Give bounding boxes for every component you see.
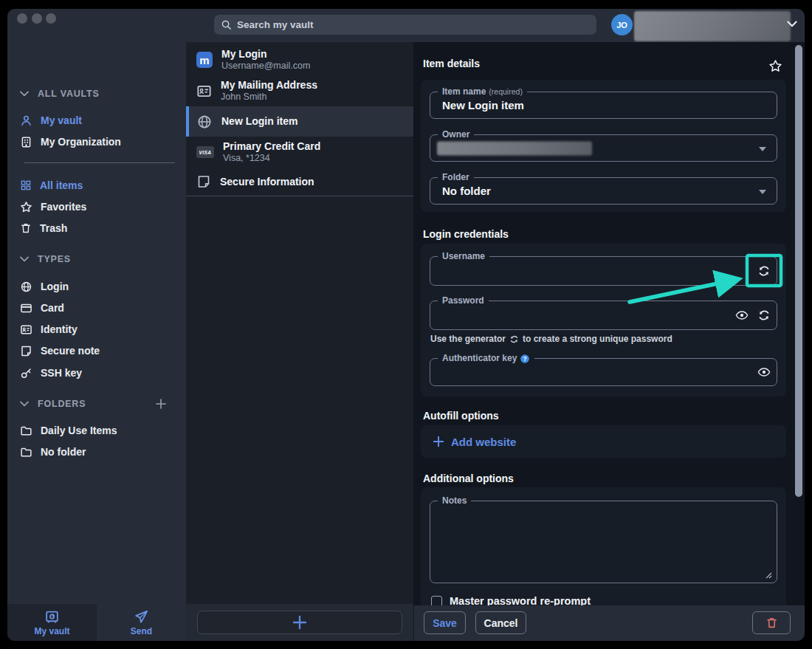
- add-website-label: Add website: [451, 436, 516, 448]
- item-title: My Mailing Address: [221, 79, 317, 92]
- owner-label: Owner: [438, 129, 474, 140]
- note-icon: [196, 174, 211, 189]
- list-item-primary-credit-card[interactable]: VISA Primary Credit Card Visa, *1234: [186, 137, 413, 168]
- note-icon: [20, 345, 32, 357]
- item-subtitle: Username@mail.com: [221, 61, 310, 72]
- sidebar-item-card[interactable]: Card: [20, 299, 182, 317]
- folder-select[interactable]: Folder No folder: [430, 177, 777, 205]
- sidebar-item-label: All items: [40, 179, 83, 191]
- search-bar[interactable]: [214, 15, 596, 35]
- star-icon: [20, 201, 32, 213]
- toggle-authenticator-visibility-eye-icon[interactable]: [757, 365, 771, 379]
- folders-label: FOLDERS: [38, 399, 86, 409]
- sidebar-item-no-folder[interactable]: No folder: [20, 443, 182, 461]
- add-folder-plus-icon[interactable]: [155, 398, 167, 410]
- notes-field[interactable]: Notes: [430, 501, 777, 583]
- owner-select[interactable]: Owner: [430, 134, 777, 162]
- account-name-redacted[interactable]: [634, 11, 791, 41]
- login-credentials-card: Username Password Use the generator: [421, 244, 786, 396]
- username-field[interactable]: Username: [430, 256, 777, 286]
- autofill-options-heading: Autofill options: [423, 410, 499, 422]
- item-list-footer: [186, 604, 413, 641]
- all-vaults-header[interactable]: ALL VAULTS: [20, 86, 179, 101]
- types-header[interactable]: TYPES: [20, 252, 179, 267]
- sidebar-item-login[interactable]: Login: [20, 278, 182, 295]
- chevron-down-icon: [20, 91, 29, 97]
- sidebar-item-label: Daily Use Items: [41, 425, 117, 436]
- traffic-light-zoom[interactable]: [46, 13, 56, 24]
- list-item-my-mailing-address[interactable]: My Mailing Address John Smith: [186, 75, 413, 106]
- authenticator-key-field[interactable]: Authenticator key ?: [430, 358, 777, 386]
- folders-header[interactable]: FOLDERS: [20, 396, 179, 411]
- sidebar-item-label: My vault: [41, 114, 82, 126]
- favorite-star-icon[interactable]: [768, 59, 782, 73]
- password-field[interactable]: Password: [430, 301, 777, 330]
- folder-value: No folder: [442, 178, 491, 204]
- person-icon: [20, 114, 32, 127]
- item-details-card: Item name (required) New Login item Owne…: [421, 80, 786, 212]
- traffic-light-minimize[interactable]: [32, 13, 42, 24]
- sidebar-item-label: SSH key: [41, 367, 82, 379]
- tab-label: My vault: [34, 626, 69, 636]
- sidebar-item-ssh-key[interactable]: SSH key: [20, 364, 182, 382]
- key-icon: [20, 367, 32, 380]
- sidebar-item-my-vault[interactable]: My vault: [20, 111, 182, 129]
- visa-badge-icon: VISA: [196, 146, 214, 158]
- list-item-secure-information[interactable]: Secure Information: [186, 168, 413, 196]
- credit-card-icon: [20, 302, 32, 315]
- toggle-password-visibility-eye-icon[interactable]: [735, 309, 749, 322]
- item-name-field[interactable]: Item name (required) New Login item: [430, 92, 777, 119]
- dropdown-caret-icon: [759, 147, 766, 151]
- item-subtitle: John Smith: [221, 92, 317, 103]
- svg-text:?: ?: [523, 354, 527, 362]
- sidebar-item-trash[interactable]: Trash: [20, 219, 182, 237]
- sidebar-item-label: My Organization: [41, 136, 121, 148]
- generate-password-icon[interactable]: [757, 309, 771, 322]
- notes-textarea[interactable]: [442, 507, 765, 577]
- trash-icon: [20, 222, 32, 234]
- item-subtitle: Visa, *1234: [223, 153, 320, 164]
- sidebar-item-label: Trash: [40, 222, 67, 234]
- delete-item-button[interactable]: [752, 611, 791, 634]
- sidebar-item-favorites[interactable]: Favorites: [20, 198, 182, 216]
- generate-username-icon[interactable]: [757, 264, 771, 278]
- sidebar-item-label: Login: [41, 281, 69, 292]
- sidebar-item-my-organization[interactable]: My Organization: [20, 133, 182, 151]
- save-button[interactable]: Save: [424, 611, 466, 634]
- identity-card-icon: [20, 323, 32, 336]
- globe-icon: [20, 281, 32, 293]
- traffic-light-close[interactable]: [17, 13, 27, 24]
- tab-my-vault[interactable]: My vault: [7, 604, 97, 641]
- login-credentials-heading: Login credentials: [423, 228, 509, 240]
- chevron-down-icon: [20, 401, 29, 407]
- sidebar-item-daily-use-items[interactable]: Daily Use Items: [20, 422, 182, 439]
- avatar[interactable]: JO: [611, 14, 633, 35]
- account-menu-chevron-down-icon[interactable]: [787, 21, 797, 27]
- title-bar: JO: [7, 9, 805, 42]
- sidebar-item-identity[interactable]: Identity: [20, 320, 182, 338]
- search-input[interactable]: [237, 19, 590, 30]
- generate-icon: [509, 334, 519, 344]
- list-item-my-login[interactable]: m My Login Username@mail.com: [186, 44, 413, 75]
- sidebar-item-label: Card: [41, 302, 64, 314]
- username-label: Username: [438, 251, 489, 262]
- resize-handle-icon[interactable]: [765, 572, 772, 579]
- list-item-new-login-item-selected[interactable]: New Login item: [186, 106, 413, 137]
- cancel-button[interactable]: Cancel: [475, 611, 526, 634]
- authenticator-key-label: Authenticator key ?: [438, 353, 534, 364]
- additional-options-heading: Additional options: [423, 473, 514, 484]
- add-website-button[interactable]: Add website: [433, 425, 516, 458]
- sidebar-item-secure-note[interactable]: Secure note: [20, 342, 182, 360]
- globe-icon: [196, 114, 213, 130]
- vertical-scrollbar[interactable]: [795, 45, 802, 497]
- chevron-down-icon: [20, 256, 29, 262]
- item-title: Secure Information: [220, 176, 314, 188]
- help-question-icon[interactable]: ?: [520, 354, 530, 364]
- tab-send[interactable]: Send: [97, 604, 186, 641]
- autofill-options-card: Add website: [421, 425, 786, 458]
- item-title: My Login: [221, 48, 310, 61]
- sidebar-item-all-items[interactable]: All items: [20, 176, 182, 194]
- plus-icon: [292, 614, 308, 631]
- sidebar-item-label: No folder: [41, 446, 86, 458]
- add-item-button[interactable]: [197, 611, 402, 634]
